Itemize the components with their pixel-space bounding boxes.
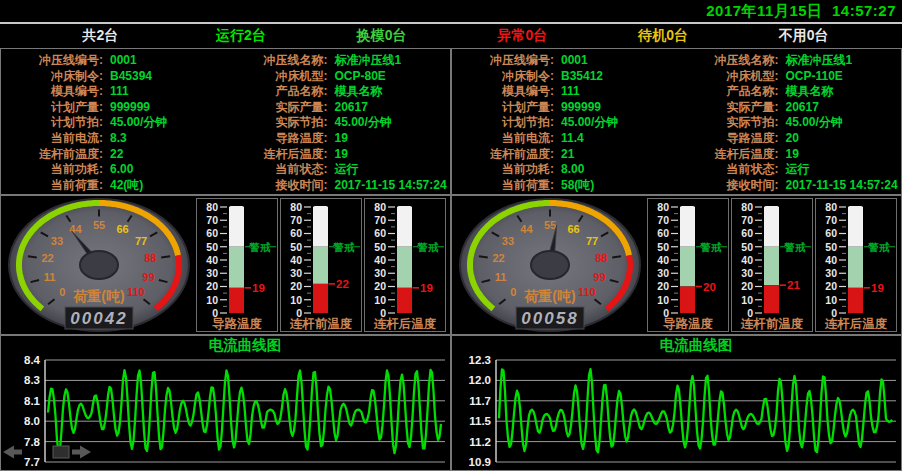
- info-row: 实际产量:20617: [226, 100, 451, 116]
- load-gauge-svg: 0112233445566778899110荷重(吨)00042: [3, 197, 195, 333]
- info-row: 实际节拍:45.00/分钟: [226, 115, 451, 131]
- thermo-tick-label: 10: [657, 294, 669, 306]
- thermo-tick-label: 10: [290, 294, 302, 306]
- gauge-hub: [80, 251, 118, 279]
- info-row: 导路温度:20: [677, 131, 902, 147]
- thermo-tick-label: 20: [206, 280, 218, 292]
- chart-svg: 电流曲线图12.312.011.711.511.210.9: [452, 336, 901, 470]
- thermo-tick-label: 50: [741, 241, 753, 253]
- thermo-tick-label: 60: [741, 227, 753, 239]
- thermometer-guide-temp: 01020304050607080警戒19导路温度: [196, 198, 278, 332]
- y-axis-label: 12.0: [469, 374, 491, 386]
- thermometer-svg: 01020304050607080警戒19连杆后温度: [816, 199, 896, 331]
- info-row: 当前状态:运行: [677, 162, 902, 178]
- scroll-right-icon[interactable]: [72, 446, 91, 459]
- thermo-tick-label: 30: [741, 267, 753, 279]
- thermo-segment-normal: [680, 247, 695, 287]
- gauge-tick-label: 110: [127, 286, 145, 298]
- thermo-segment-empty: [680, 207, 695, 247]
- info-label: 当前荷重:: [452, 178, 554, 194]
- info-value: 0001: [561, 53, 588, 69]
- info-value: 45.00/分钟: [786, 115, 843, 131]
- thermo-warn-label: 警戒: [868, 241, 891, 253]
- gauge-tick-label: 11: [495, 271, 507, 283]
- y-axis-label: 12.3: [469, 354, 491, 366]
- info-row: 当前功耗:6.00: [1, 162, 226, 178]
- info-section-machine-1: 冲压线编号:0001冲床制令:B45394模具编号:111计划产量:999999…: [0, 48, 451, 195]
- gauge-tick-label: 22: [42, 252, 54, 264]
- info-label: 当前功耗:: [1, 162, 103, 178]
- info-label: 实际产量:: [226, 100, 328, 116]
- thermometer-svg: 01020304050607080警戒22连杆前温度: [281, 199, 361, 331]
- odometer-value: 00042: [70, 309, 127, 328]
- info-label: 冲床机型:: [677, 69, 779, 85]
- thermo-segment-empty: [229, 207, 244, 247]
- current-chart-machine-2: 电流曲线图12.312.011.711.511.210.9: [451, 335, 902, 471]
- info-label: 接收时间:: [226, 178, 328, 194]
- thermo-tick-label: 30: [290, 267, 302, 279]
- info-value: 模具名称: [786, 84, 834, 100]
- thermo-value: 21: [787, 279, 800, 291]
- thermo-segment-value: [229, 288, 244, 313]
- thermo-tick-label: 80: [206, 201, 218, 213]
- gauge-tick-label: 77: [586, 235, 598, 247]
- thermometer-rod-rear-temp: 01020304050607080警戒19连杆后温度: [815, 198, 897, 332]
- thermo-warn-label: 警戒: [249, 241, 272, 253]
- gauge-tick: [161, 256, 170, 257]
- thermo-segment-value: [764, 285, 779, 313]
- info-value: 2017-11-15 14:57:24: [786, 178, 898, 194]
- thermo-tick-label: 30: [206, 267, 218, 279]
- gauge-title: 荷重(吨): [523, 288, 575, 304]
- odometer-value: 00058: [521, 309, 578, 328]
- thermo-tick-label: 70: [290, 214, 302, 226]
- thermo-tick-label: 40: [825, 254, 837, 266]
- scroll-thumb[interactable]: [53, 446, 69, 458]
- info-row: 模具编号:111: [452, 84, 677, 100]
- status-total[interactable]: 共2台: [30, 27, 171, 45]
- load-gauge-svg: 0112233445566778899110荷重(吨)00058: [454, 197, 646, 333]
- status-running[interactable]: 运行2台: [171, 27, 312, 45]
- thermo-tick-label: 80: [374, 201, 386, 213]
- thermo-warn-label: 警戒: [333, 241, 356, 253]
- info-row: 连杆后温度:19: [677, 147, 902, 163]
- gauge-hub: [531, 251, 569, 279]
- status-standby[interactable]: 待机0台: [593, 27, 734, 45]
- info-value: OCP-80E: [335, 69, 386, 85]
- thermo-tick-label: 30: [657, 267, 669, 279]
- thermo-segment-value: [680, 287, 695, 314]
- info-label: 实际节拍:: [677, 115, 779, 131]
- info-value: 999999: [110, 100, 150, 116]
- chart-title: 电流曲线图: [660, 337, 733, 353]
- info-label: 连杆后温度:: [677, 147, 779, 163]
- y-axis-label: 7.8: [24, 436, 41, 448]
- status-abnormal[interactable]: 异常0台: [452, 27, 593, 45]
- waveform: [499, 369, 892, 452]
- info-row: 连杆前温度:22: [1, 147, 226, 163]
- info-label: 冲压线名称:: [677, 53, 779, 69]
- thermo-tick-label: 50: [825, 241, 837, 253]
- thermo-tick-label: 80: [290, 201, 302, 213]
- thermo-segment-empty: [764, 207, 779, 247]
- thermo-tick-label: 60: [290, 227, 302, 239]
- info-label: 当前状态:: [226, 162, 328, 178]
- scroll-left-icon[interactable]: [3, 446, 22, 459]
- status-unused[interactable]: 不用0台: [733, 27, 874, 45]
- thermo-tick-label: 10: [206, 294, 218, 306]
- status-mold-change[interactable]: 换模0台: [311, 27, 452, 45]
- gauge-tick-label: 66: [116, 223, 128, 235]
- info-value: 8.3: [110, 131, 127, 147]
- thermometer-rod-rear-temp: 01020304050607080警戒19连杆后温度: [364, 198, 446, 332]
- info-label: 模具编号:: [452, 84, 554, 100]
- thermo-label: 连杆后温度: [374, 317, 437, 331]
- thermo-warn-label: 警戒: [784, 241, 807, 253]
- info-label: 当前电流:: [452, 131, 554, 147]
- y-axis-label: 11.7: [469, 395, 491, 407]
- gauge-tick-label: 44: [69, 223, 82, 235]
- gauge-tick: [28, 256, 37, 257]
- info-value: 运行: [786, 162, 810, 178]
- info-label: 当前状态:: [677, 162, 779, 178]
- info-row: 实际节拍:45.00/分钟: [677, 115, 902, 131]
- gauge-tick-label: 77: [135, 235, 147, 247]
- info-label: 当前功耗:: [452, 162, 554, 178]
- thermo-tick-label: 50: [290, 241, 302, 253]
